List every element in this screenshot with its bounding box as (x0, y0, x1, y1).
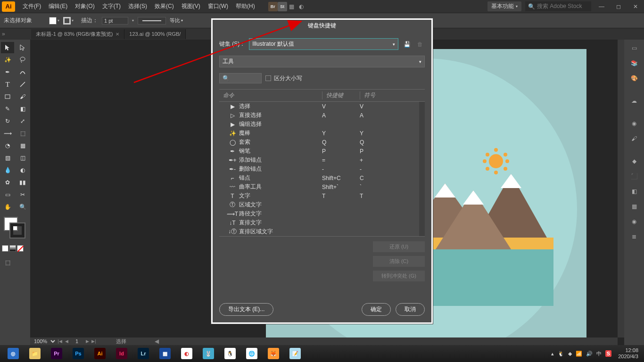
delete-keyset-icon[interactable]: 🗑 (415, 40, 425, 49)
table-row[interactable]: ✒+ 添加锚点 = + (219, 156, 425, 165)
line-tool[interactable] (16, 79, 29, 90)
zoom-select[interactable]: 100% (30, 338, 57, 345)
table-row[interactable]: ✒- 删除锚点 - - (219, 165, 425, 173)
gradient-panel-icon[interactable]: ◧ (627, 185, 642, 198)
close-button[interactable]: ✕ (629, 2, 642, 11)
stroke-panel-icon[interactable]: ⬛ (627, 170, 642, 183)
vertical-scrollbar[interactable] (618, 40, 624, 337)
next-artboard[interactable]: ▶ (84, 338, 91, 345)
prev-artboard[interactable]: ◀ (63, 338, 70, 345)
table-row[interactable]: ▷ 直接选择 A A (219, 111, 425, 120)
hand-tool[interactable]: ✋ (1, 201, 14, 213)
brushes-panel-icon[interactable]: 🖌 (627, 132, 642, 145)
taskbar-app-illustrator[interactable]: Ai (90, 346, 110, 361)
type-tool[interactable]: T (1, 79, 14, 90)
taskbar-app-qq[interactable]: 🐧 (220, 346, 240, 361)
close-tab-icon[interactable]: ✕ (116, 32, 119, 37)
table-row[interactable]: ↓Ⓣ 直排区域文字 (219, 227, 425, 236)
appearance-panel-icon[interactable]: ◉ (627, 215, 642, 228)
menu-file[interactable]: 文件(F) (19, 0, 45, 12)
table-row[interactable]: ✒ 钢笔 P P (219, 147, 425, 156)
taskbar-app-indesign[interactable]: Id (111, 346, 132, 361)
column-graph-tool[interactable]: ▮▮ (16, 177, 29, 188)
table-row[interactable]: T 文字 T T (219, 191, 425, 200)
color-mode-none[interactable] (17, 245, 24, 252)
rotate-tool[interactable]: ↻ (1, 115, 14, 127)
tray-app-icon[interactable]: ◆ (568, 351, 572, 357)
gpu-icon[interactable]: ◐ (297, 2, 306, 11)
ok-button[interactable]: 确定 (362, 303, 391, 316)
table-row[interactable]: ⌐ 锚点 Shift+C C (219, 173, 425, 182)
table-row[interactable]: ▶ 编组选择 (219, 120, 425, 129)
document-tab-2[interactable]: 123.ai @ 100% (RGB/ (124, 29, 186, 39)
taskbar-app-lightroom[interactable]: Lr (133, 346, 154, 361)
table-row[interactable]: 〰 曲率工具 Shift+` ` (219, 182, 425, 191)
layers-panel-icon[interactable]: ≣ (627, 230, 642, 243)
stroke-color[interactable] (10, 223, 25, 238)
zoom-tool[interactable]: 🔍 (16, 201, 29, 213)
bridge-icon[interactable]: Br (268, 2, 278, 11)
menu-view[interactable]: 视图(V) (178, 0, 204, 12)
export-text-button[interactable]: 导出文本 (E)... (219, 303, 273, 316)
menu-object[interactable]: 对象(O) (71, 0, 98, 12)
screen-mode[interactable]: ⬚ (1, 257, 14, 268)
save-keyset-icon[interactable]: 💾 (402, 40, 412, 49)
taskbar-app-firefox[interactable]: 🦊 (263, 346, 284, 361)
stock-icon[interactable]: St (278, 2, 287, 11)
perspective-tool[interactable]: ▦ (16, 140, 29, 151)
table-scrollbar[interactable] (419, 102, 425, 236)
workspace-switcher[interactable]: 基本功能▾ (487, 1, 521, 11)
taskbar-app-premiere[interactable]: Pr (46, 346, 67, 361)
color-mode-gradient[interactable] (9, 245, 16, 252)
arrange-icon[interactable]: ▦ (287, 2, 297, 11)
table-row[interactable]: ▶ 选择 V V (219, 102, 425, 111)
free-transform-tool[interactable]: ⬚ (16, 128, 29, 139)
mesh-tool[interactable]: ▧ (1, 152, 14, 164)
tray-ime-icon[interactable]: 中 (596, 350, 602, 357)
curvature-tool[interactable] (16, 66, 29, 78)
stroke-profile[interactable] (138, 17, 166, 25)
taskbar-app-photoshop[interactable]: Ps (68, 346, 89, 361)
keyset-combo[interactable]: Illustrator 默认值▾ (249, 38, 398, 50)
pen-tool[interactable]: ✒ (1, 66, 14, 78)
category-combo[interactable]: 工具▾ (219, 56, 425, 67)
tray-expand-icon[interactable]: ▴ (551, 351, 554, 357)
table-row[interactable]: ✨ 魔棒 Y Y (219, 129, 425, 138)
libraries-panel-icon[interactable]: 📚 (627, 57, 642, 70)
eyedropper-tool[interactable]: 💧 (1, 165, 14, 176)
blend-tool[interactable]: ◐ (16, 165, 29, 176)
taskbar-app-2[interactable]: 📁 (25, 346, 45, 361)
paintbrush-tool[interactable]: 🖌 (16, 91, 29, 102)
maximize-button[interactable]: ◻ (612, 2, 625, 11)
rectangle-tool[interactable] (1, 91, 14, 102)
color-mode-fill[interactable] (2, 245, 8, 252)
table-row[interactable]: ◯ 套索 Q Q (219, 138, 425, 147)
cc-panel-icon[interactable]: ☁ (627, 94, 642, 107)
stock-search[interactable]: 🔍搜索 Adobe Stock (525, 1, 591, 11)
menu-window[interactable]: 窗口(W) (204, 0, 232, 12)
clear-button[interactable]: 清除 (C) (373, 256, 425, 267)
fill-control[interactable]: ▾ (49, 17, 59, 25)
last-artboard[interactable]: ▶| (91, 338, 97, 345)
tray-qq-icon[interactable]: 🐧 (558, 351, 564, 357)
properties-panel-icon[interactable]: ▭ (627, 41, 642, 55)
menu-select[interactable]: 选择(S) (124, 0, 151, 12)
symbols-panel-icon[interactable]: ◆ (627, 155, 642, 168)
tray-network-icon[interactable]: 📶 (576, 351, 582, 357)
direct-selection-tool[interactable] (16, 42, 29, 53)
tray-sogou-icon[interactable]: S (605, 350, 611, 357)
eraser-tool[interactable]: ◧ (16, 103, 29, 115)
taskbar-clock[interactable]: 12:08 2020/4/3 (615, 347, 641, 360)
table-row[interactable]: ↓T 直排文字 (219, 218, 425, 227)
magic-wand-tool[interactable]: ✨ (1, 54, 14, 66)
menu-help[interactable]: 帮助(H) (232, 0, 259, 12)
shaper-tool[interactable]: ✎ (1, 103, 14, 115)
taskbar-app-notes[interactable]: 📝 (285, 346, 305, 361)
scale-tool[interactable]: ⤢ (16, 115, 29, 127)
gradient-tool[interactable]: ◫ (16, 152, 29, 164)
selection-tool[interactable] (1, 42, 14, 53)
taskbar-app-chrome[interactable]: 🌐 (241, 346, 262, 361)
match-case-checkbox[interactable]: 区分大小写 (265, 74, 302, 82)
search-input[interactable]: 🔍 (219, 73, 262, 83)
lasso-tool[interactable] (16, 54, 29, 66)
